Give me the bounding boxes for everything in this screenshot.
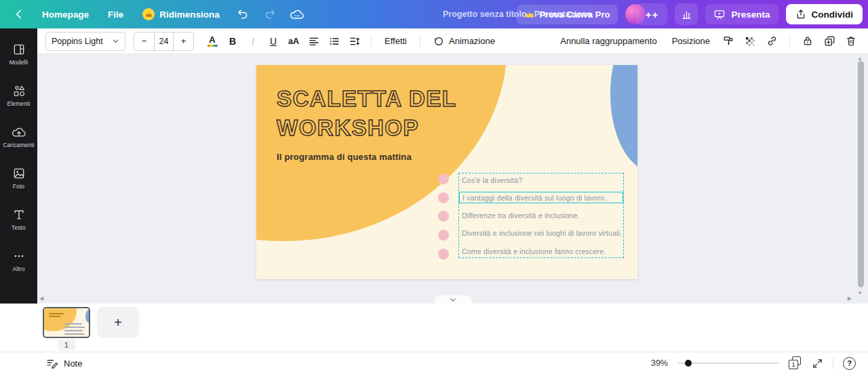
sidebar-item-elementi[interactable]: Elementi <box>0 78 37 113</box>
effects-button[interactable]: Effetti <box>379 32 412 51</box>
notes-button[interactable]: Note <box>46 358 82 369</box>
copy-style-button[interactable] <box>719 32 737 51</box>
zoom-slider-knob[interactable] <box>685 360 692 367</box>
uploads-cloud-icon <box>12 125 26 139</box>
ungroup-button[interactable]: Annulla raggruppamento <box>555 32 662 51</box>
plus-icon: + <box>114 315 122 331</box>
alignment-button[interactable] <box>305 32 323 51</box>
sidebar-item-caricamenti[interactable]: Caricamenti <box>0 119 37 154</box>
sidebar-item-foto[interactable]: Foto <box>0 161 37 196</box>
cloud-save-status-button[interactable] <box>286 3 308 25</box>
slide-title[interactable]: SCALETTA DEL WORKSHOP <box>277 84 456 142</box>
sidebar-item-altro[interactable]: Altro <box>0 243 37 278</box>
crown-badge-icon <box>142 8 155 20</box>
italic-button[interactable]: I <box>244 32 262 51</box>
list-bullet-dot[interactable] <box>438 249 449 259</box>
resize-button[interactable]: Ridimensiona <box>136 4 226 24</box>
bold-button[interactable]: B <box>224 32 241 51</box>
file-menu-button[interactable]: File <box>101 5 130 24</box>
page-thumbnails-strip: 1 + <box>0 304 868 352</box>
thumb-text-line <box>64 333 84 335</box>
try-pro-label: Prova Canva Pro <box>539 9 610 20</box>
minus-glyph: − <box>142 36 147 46</box>
page-number-chip[interactable]: 1 <box>58 339 75 350</box>
toolbar-divider <box>371 35 372 48</box>
present-button[interactable]: Presenta <box>705 4 778 24</box>
trash-icon <box>846 35 856 47</box>
slide-title-line2: WORKSHOP <box>277 113 456 142</box>
cloud-sync-icon <box>290 8 304 20</box>
duplicate-button[interactable] <box>821 32 838 51</box>
try-canva-pro-button[interactable]: Prova Canva Pro <box>517 5 618 24</box>
toolbar-divider <box>420 35 420 48</box>
blue-blob-shape[interactable] <box>610 65 637 171</box>
font-size-decrease-button[interactable]: − <box>134 33 154 50</box>
agenda-item-text[interactable]: Come diversità e inclusione fanno cresce… <box>459 245 623 257</box>
zoom-slider[interactable] <box>677 362 779 364</box>
scroll-right-arrow[interactable]: ▶ <box>848 296 852 302</box>
font-size-value[interactable]: 24 <box>154 33 174 50</box>
italic-glyph: I <box>252 36 254 47</box>
sidebar-label: Testo <box>12 224 26 231</box>
slide-page[interactable]: SCALETTA DEL WORKSHOP Il programma di qu… <box>256 65 637 279</box>
animation-label: Animazione <box>449 36 495 46</box>
editor-toolbar: Poppins Light − 24 + A B I U aA Effetti … <box>37 28 868 54</box>
toolbar-divider <box>789 35 790 48</box>
help-button[interactable]: ? <box>843 357 856 370</box>
homepage-label: Homepage <box>42 9 89 20</box>
text-color-rainbow-bar <box>208 45 218 47</box>
undo-button[interactable] <box>232 3 254 25</box>
collapse-panel-tab[interactable] <box>434 295 472 304</box>
font-name-value: Poppins Light <box>52 37 103 46</box>
grid-view-button[interactable]: 1 <box>789 356 802 370</box>
agenda-item-text[interactable]: Cos'è la diversità? <box>459 174 623 186</box>
thumb-orange-blob <box>43 307 77 331</box>
homepage-button[interactable]: Homepage <box>35 5 96 24</box>
link-button[interactable] <box>763 32 781 51</box>
vertical-scrollbar-thumb[interactable] <box>858 61 864 287</box>
back-button[interactable] <box>8 3 30 25</box>
ungroup-label: Annulla raggruppamento <box>560 36 656 46</box>
list-bullet-dot[interactable] <box>438 173 449 184</box>
lock-icon <box>802 35 813 47</box>
selected-text-group[interactable]: Cos'è la diversità? I vantaggi della div… <box>458 173 624 258</box>
font-family-select[interactable]: Poppins Light <box>45 32 125 51</box>
text-color-button[interactable]: A <box>203 32 221 51</box>
position-label: Posizione <box>672 36 710 46</box>
font-size-increase-button[interactable]: + <box>174 33 193 50</box>
scroll-down-arrow[interactable]: ▼ <box>857 291 863 296</box>
sidebar-item-testo[interactable]: Testo <box>0 202 37 237</box>
share-button[interactable]: Condividi <box>786 4 863 24</box>
zoom-percent[interactable]: 39% <box>651 358 668 368</box>
present-label: Presenta <box>731 9 770 20</box>
transparency-checker-icon <box>745 36 755 47</box>
insights-button[interactable] <box>675 3 698 25</box>
list-bullet-dot[interactable] <box>438 211 449 222</box>
transparency-button[interactable] <box>741 32 759 51</box>
scroll-left-arrow[interactable]: ◀ <box>39 296 43 302</box>
bullet-list-button[interactable] <box>326 32 343 51</box>
sidebar-item-modelli[interactable]: Modelli <box>0 37 37 72</box>
text-case-button[interactable]: aA <box>285 32 302 51</box>
invite-members-button[interactable]: ++ <box>636 3 667 25</box>
lock-button[interactable] <box>799 32 816 51</box>
position-button[interactable]: Posizione <box>667 32 715 51</box>
animation-button[interactable]: Animazione <box>428 32 500 51</box>
divider <box>833 358 833 369</box>
duplicate-icon <box>824 35 835 47</box>
page-thumbnail-1[interactable] <box>43 307 90 338</box>
agenda-item-text[interactable]: Differenze tra diversità e inclusione. <box>459 210 623 222</box>
agenda-item-text-selected[interactable]: I vantaggi della diversità sul luogo di … <box>459 192 623 203</box>
list-bullet-dot[interactable] <box>438 230 449 241</box>
add-page-button[interactable]: + <box>97 307 139 338</box>
redo-button[interactable] <box>259 3 281 25</box>
share-label: Condividi <box>812 9 854 20</box>
list-bullet-dot[interactable] <box>438 192 449 203</box>
agenda-item-text[interactable]: Diversità e inclusione nei luoghi di lav… <box>459 228 623 239</box>
animation-icon <box>433 36 444 47</box>
delete-button[interactable] <box>842 32 860 51</box>
underline-button[interactable]: U <box>264 32 282 51</box>
fullscreen-icon[interactable] <box>812 358 823 369</box>
slide-subtitle[interactable]: Il programma di questa mattina <box>277 152 412 162</box>
line-spacing-button[interactable] <box>346 32 363 51</box>
